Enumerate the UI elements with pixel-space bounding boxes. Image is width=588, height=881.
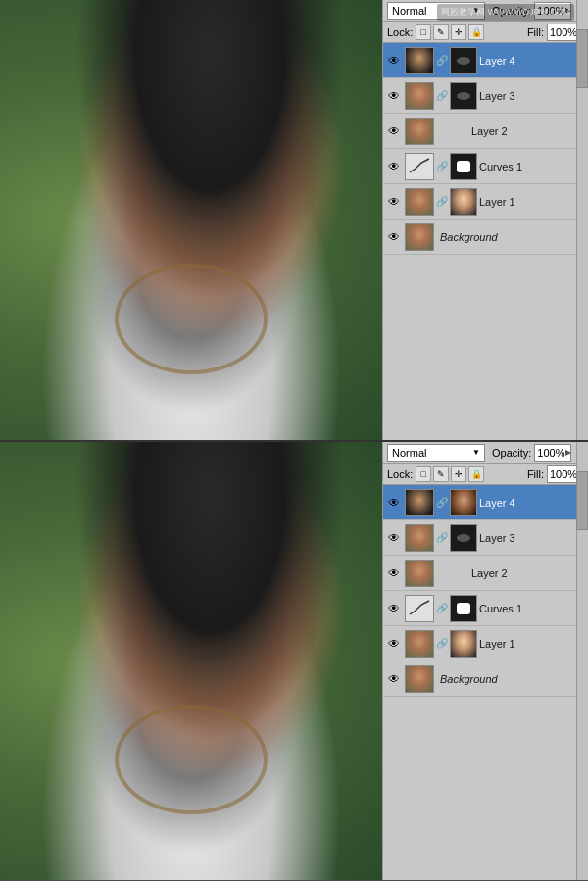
layer-name-3-top: Layer 3 (479, 90, 586, 102)
mask-img-3-bottom (451, 525, 476, 551)
layer-thumb-curves-bottom (405, 595, 434, 622)
lock-transparent-btn-top[interactable]: □ (416, 24, 431, 40)
thumb-img-bg-top (406, 224, 433, 250)
layer-mask-3-bottom[interactable] (450, 524, 477, 552)
eye-icon-2-top[interactable]: 👁 (385, 122, 403, 140)
blend-mode-label-top: Normal (392, 5, 426, 17)
lock-all-btn-bottom[interactable]: 🔒 (468, 466, 484, 482)
layer-name-4-bottom: Layer 4 (479, 497, 586, 509)
layers-panel-bottom: Normal ▼ Opacity: 100% ▶ Lock: □ ✎ ✛ 🔒 F… (382, 442, 588, 880)
mask-img-curves-bottom (451, 596, 476, 621)
layer-name-2-top: Layer 2 (471, 125, 586, 137)
lock-icons-top: □ ✎ ✛ 🔒 (416, 24, 484, 40)
layer-name-1-bottom: Layer 1 (479, 638, 586, 650)
eye-icon-2-bottom[interactable]: 👁 (385, 564, 403, 582)
layers-panel-top: 网殿教学网 WWW.WDJPW.COM Normal ▼ Opacity: 10… (382, 0, 588, 440)
layer-thumb-3-bottom (405, 524, 434, 552)
layer-name-2-bottom: Layer 2 (471, 567, 586, 579)
layer-thumb-4-bottom (405, 489, 434, 516)
eye-icon-4-top[interactable]: 👁 (385, 52, 403, 70)
scrollbar-bottom[interactable] (576, 442, 588, 880)
chain-icon-3-top: 🔗 (436, 90, 448, 101)
eye-icon-1-bottom[interactable]: 👁 (385, 635, 403, 653)
fill-label-bottom: Fill: (527, 468, 544, 480)
chain-icon-curves-bottom: 🔗 (436, 603, 448, 613)
lock-bar-bottom: Lock: □ ✎ ✛ 🔒 Fill: 100% ▶ (383, 464, 588, 485)
opacity-value-bottom[interactable]: 100% ▶ (534, 444, 571, 462)
watermark-top: 网殿教学网 WWW.WDJPW.COM (437, 4, 574, 21)
thumb-img-2-top (406, 119, 433, 144)
mask-img-4-top (451, 48, 476, 73)
lock-position-btn-bottom[interactable]: ✛ (451, 466, 466, 482)
blend-mode-dropdown-bottom[interactable]: Normal ▼ (387, 444, 485, 462)
chain-icon-curves-top: 🔗 (436, 161, 448, 171)
layer-mask-4-bottom[interactable] (450, 489, 477, 516)
lock-position-btn-top[interactable]: ✛ (451, 24, 466, 40)
layer-row-curves-bottom[interactable]: 👁 🔗 Curves 1 (383, 591, 588, 626)
layer-row-curves-top[interactable]: 👁 🔗 Curves 1 (383, 149, 588, 184)
layer-row-2-bottom[interactable]: 👁 Layer 2 (383, 556, 588, 591)
layer-thumb-2-top (405, 118, 434, 145)
thumb-img-1-top (406, 189, 433, 215)
thumb-img-3-top (406, 83, 433, 109)
lock-all-btn-top[interactable]: 🔒 (468, 24, 484, 40)
chain-icon-3-bottom: 🔗 (436, 532, 448, 543)
layer-name-3-bottom: Layer 3 (479, 532, 586, 544)
eye-icon-1-top[interactable]: 👁 (385, 193, 403, 211)
thumb-img-3-bottom (406, 525, 433, 551)
eye-icon-bg-bottom[interactable]: 👁 (385, 670, 403, 688)
scrollbar-thumb-bottom[interactable] (576, 471, 588, 530)
layer-name-curves-top: Curves 1 (479, 161, 586, 172)
layer-mask-1-bottom[interactable] (450, 630, 477, 658)
layer-row-bg-bottom[interactable]: 👁 Background 🔒 (383, 661, 588, 697)
necklace-bottom (115, 705, 268, 814)
mask-img-1-bottom (451, 631, 476, 657)
eye-icon-4-bottom[interactable]: 👁 (385, 494, 403, 512)
mask-img-1-top (451, 189, 476, 215)
layer-row-1-top[interactable]: 👁 🔗 Layer 1 (383, 184, 588, 220)
layer-row-1-bottom[interactable]: 👁 🔗 Layer 1 (383, 626, 588, 661)
layer-row-4-bottom[interactable]: 👁 🔗 Layer 4 (383, 485, 588, 520)
layer-mask-4-top[interactable] (450, 47, 477, 74)
layer-name-4-top: Layer 4 (479, 55, 586, 67)
layer-thumb-1-bottom (405, 630, 434, 658)
lock-pixels-btn-bottom[interactable]: ✎ (433, 466, 449, 482)
opacity-label-bottom: Opacity: (492, 447, 531, 459)
photo-background-bottom (0, 442, 382, 880)
layer-thumb-curves-top (405, 153, 434, 180)
layer-row-3-top[interactable]: 👁 🔗 Layer 3 (383, 78, 588, 114)
chain-icon-4-top: 🔗 (436, 55, 448, 66)
layer-row-bg-top[interactable]: 👁 Background 🔒 (383, 220, 588, 255)
scrollbar-top[interactable] (576, 0, 588, 440)
eye-icon-curves-bottom[interactable]: 👁 (385, 600, 403, 617)
lock-transparent-btn-bottom[interactable]: □ (416, 466, 431, 482)
layer-thumb-3-top (405, 82, 434, 110)
photo-area-top (0, 0, 382, 440)
photo-background-top (0, 0, 382, 440)
layer-row-3-bottom[interactable]: 👁 🔗 Layer 3 (383, 520, 588, 556)
thumb-img-1-bottom (406, 631, 433, 657)
scrollbar-thumb-top[interactable] (576, 29, 588, 88)
eye-icon-bg-top[interactable]: 👁 (385, 228, 403, 246)
chain-icon-4-bottom: 🔗 (436, 497, 448, 508)
chain-icon-1-bottom: 🔗 (436, 638, 448, 649)
layer-mask-1-top[interactable] (450, 188, 477, 216)
lock-bar-top: Lock: □ ✎ ✛ 🔒 Fill: 100% ▶ (383, 22, 588, 43)
lock-icons-bottom: □ ✎ ✛ 🔒 (416, 466, 484, 482)
eye-icon-curves-top[interactable]: 👁 (385, 158, 403, 175)
layer-mask-3-top[interactable] (450, 82, 477, 110)
layer-thumb-bg-top (405, 223, 434, 251)
eye-icon-3-top[interactable]: 👁 (385, 87, 403, 105)
layer-mask-curves-top[interactable] (450, 153, 477, 180)
thumb-img-4-bottom (406, 490, 433, 515)
thumb-img-curves-top (406, 154, 433, 179)
lock-pixels-btn-top[interactable]: ✎ (433, 24, 449, 40)
layer-row-2-top[interactable]: 👁 Layer 2 (383, 114, 588, 149)
eye-icon-3-bottom[interactable]: 👁 (385, 529, 403, 547)
necklace-top (115, 264, 268, 373)
thumb-img-bg-bottom (406, 666, 433, 692)
layer-row-4-top[interactable]: 👁 🔗 Layer 4 (383, 43, 588, 78)
opacity-arrow-bottom: ▶ (565, 448, 571, 457)
layer-mask-curves-bottom[interactable] (450, 595, 477, 622)
layer-name-bg-bottom: Background (440, 673, 572, 685)
